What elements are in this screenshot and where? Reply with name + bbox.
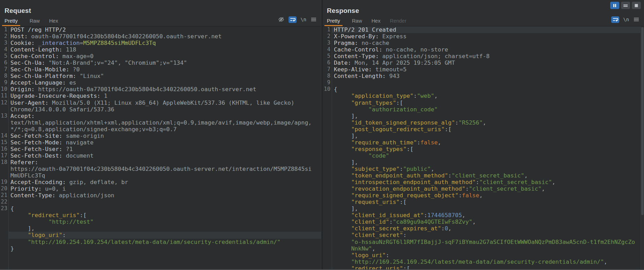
code-row: 22 <box>0 199 321 205</box>
response-tab-pretty[interactable]: Pretty <box>324 18 343 26</box>
code-row: 5Content-Type: application/json; charset… <box>322 53 644 59</box>
word-wrap-glyph <box>612 17 619 22</box>
code-row: ], <box>322 159 644 166</box>
code-row: 11Upgrade-Insecure-Requests: 1 <box>0 93 321 99</box>
code-row: 16Sec-Fetch-User: ?1 <box>0 146 321 152</box>
code-text: "redirect_uris":[ <box>10 212 87 219</box>
code-text: X-Powered-By: Express <box>334 33 407 40</box>
request-tab-hex[interactable]: Hex <box>49 18 58 26</box>
stop-button[interactable] <box>632 2 641 9</box>
code-row: 8Content-Length: 943 <box>322 73 644 79</box>
code-row: 5Cache-Control: max-age=0 <box>0 53 321 59</box>
code-text: "client_secret": <box>334 232 407 238</box>
line-number: 7 <box>322 66 330 73</box>
code-row: 3Cookie: _interaction=M5MPZ8845siMmUDFLc… <box>0 40 321 46</box>
code-row: 10Origin: https://oauth-0a77001f04c230b5… <box>0 86 321 93</box>
code-row: ], <box>322 205 644 212</box>
code-text: "logo_uri": <box>10 232 66 238</box>
code-text: Content-Length: 118 <box>10 46 76 53</box>
newline-chars-icon[interactable]: \n <box>623 17 629 22</box>
line-number: 6 <box>322 59 330 66</box>
code-text: Accept-Encoding: gzip, deflate, br <box>10 179 128 185</box>
code-text: Sec-Ch-Ua-Mobile: ?0 <box>10 66 80 73</box>
code-row: "client_id_issued_at":1744658705, <box>322 212 644 219</box>
menu-icon[interactable] <box>633 16 640 23</box>
code-text: HTTP/2 201 Created <box>334 26 396 33</box>
code-row: 2X-Powered-By: Express <box>322 33 644 40</box>
code-text: "token_endpoint_auth_method":"client_sec… <box>334 172 528 179</box>
word-wrap-icon[interactable] <box>289 16 297 23</box>
response-tab-hex[interactable]: Hex <box>371 18 381 26</box>
line-number: 17 <box>0 152 7 159</box>
response-tab-raw[interactable]: Raw <box>352 18 362 26</box>
code-row: "logo_uri": <box>322 252 644 259</box>
code-text: "code" <box>334 152 389 159</box>
code-row: "subject_type":"public", <box>322 166 644 172</box>
code-text: Sec-Fetch-User: ?1 <box>10 146 73 152</box>
code-text: Keep-Alive: timeout=5 <box>334 66 407 73</box>
line-number: 5 <box>0 53 7 59</box>
line-number: 15 <box>0 139 7 146</box>
code-row: "post_logout_redirect_uris":[ <box>322 126 644 133</box>
response-toolbar: \n <box>611 16 640 23</box>
lines-icon <box>623 3 628 8</box>
pause-button[interactable] <box>610 2 619 9</box>
code-text: Cache-Control: no-cache, no-store <box>334 46 448 53</box>
code-text: { <box>334 86 337 93</box>
response-scrollbar[interactable] <box>641 26 644 269</box>
code-row: 6Sec-Ch-Ua: "Not:A-Brand";v="24", "Chrom… <box>0 59 321 66</box>
code-row: "code" <box>322 152 644 159</box>
code-text: Pragma: no-cache <box>334 40 389 46</box>
code-row: ], <box>0 225 321 232</box>
newline-chars-icon[interactable]: \n <box>300 17 306 22</box>
response-editor[interactable]: 1HTTP/2 201 Created2X-Powered-By: Expres… <box>322 26 644 270</box>
code-row: MmUDFLc3Tq <box>0 172 321 179</box>
request-tab-pretty[interactable]: Pretty <box>2 18 20 26</box>
code-text: Host: oauth-0a77001f04c230b5804b4c340226… <box>10 33 222 40</box>
code-row: "o-hssauNzRGT6l1RM7fIBajjJ-sqF7iBYmau2G7… <box>322 239 644 245</box>
code-text: Content-Length: 943 <box>334 73 400 79</box>
code-row: "redirect_uris":[ <box>0 212 321 219</box>
request-tab-raw[interactable]: Raw <box>30 18 40 26</box>
code-row: 1HTTP/2 201 Created <box>322 26 644 33</box>
code-row: "id_token_signed_response_alg":"RS256", <box>322 119 644 126</box>
line-number: 10 <box>0 86 7 93</box>
code-row: "revocation_endpoint_auth_method":"clien… <box>322 185 644 192</box>
code-row: 9 <box>322 79 644 86</box>
code-text: } <box>10 245 14 252</box>
code-text: "http://test" <box>10 219 93 225</box>
code-row: 19Accept-Encoding: gzip, deflate, br <box>0 179 321 185</box>
line-number: 21 <box>0 192 7 199</box>
line-number: 5 <box>322 53 330 59</box>
line-number: 2 <box>322 33 330 40</box>
code-row: "logo_uri": <box>0 232 321 238</box>
line-number: 3 <box>322 40 330 46</box>
request-editor[interactable]: 1POST /reg HTTP/22Host: oauth-0a77001f04… <box>0 26 321 270</box>
code-row: */*;q=0.8,application/signed-exchange;v=… <box>0 126 321 133</box>
code-text: "authorization_code" <box>334 106 438 113</box>
code-text: Date: Mon, 14 Apr 2025 19:25:05 GMT <box>334 59 455 66</box>
line-number: 20 <box>0 185 7 192</box>
code-text: "introspection_endpoint_auth_method":"cl… <box>334 179 555 185</box>
code-row: "http://169.254.169.254/latest/meta-data… <box>0 239 321 245</box>
code-row: 1POST /reg HTTP/2 <box>0 26 321 33</box>
code-text: ], <box>334 113 358 119</box>
code-text: "http://169.254.169.254/latest/meta-data… <box>334 259 607 265</box>
code-text: POST /reg HTTP/2 <box>10 26 66 33</box>
panel-splitter[interactable] <box>321 0 323 270</box>
code-text: Cache-Control: max-age=0 <box>10 53 93 59</box>
code-text: "post_logout_redirect_uris":[ <box>334 126 452 133</box>
code-row: } <box>0 245 321 252</box>
code-text: Sec-Fetch-Site: same-origin <box>10 133 104 139</box>
code-text: ], <box>10 225 35 232</box>
response-scrollbar-thumb[interactable] <box>641 27 644 215</box>
eye-off-icon[interactable] <box>278 16 285 23</box>
lines-button[interactable] <box>621 2 630 9</box>
code-row: ], <box>322 133 644 139</box>
code-text: Content-Type: application/json <box>10 192 114 199</box>
line-number: 10 <box>322 86 330 93</box>
word-wrap-icon[interactable] <box>611 16 619 23</box>
code-row: https://oauth-0a77001f04c230b5804b4c3402… <box>0 166 321 172</box>
code-text: https://oauth-0a77001f04c230b5804b4c3402… <box>10 166 312 172</box>
menu-icon[interactable] <box>310 16 317 23</box>
